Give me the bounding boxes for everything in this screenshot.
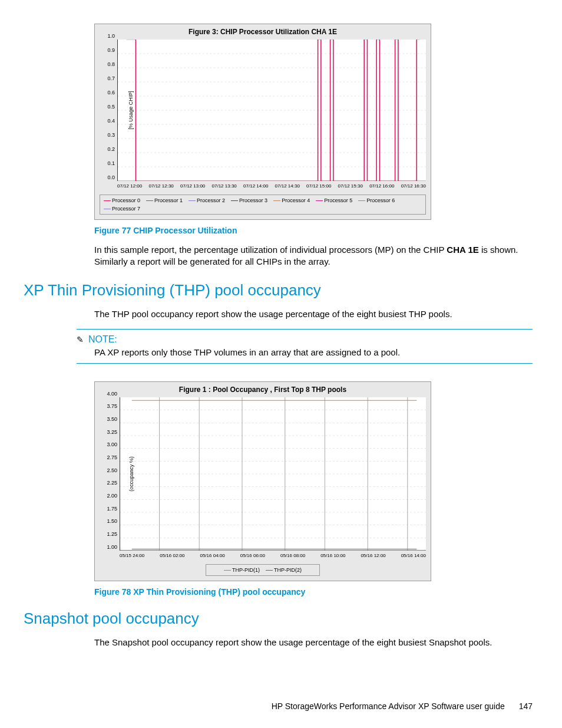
y-tick: 3.25 (107, 429, 120, 435)
x-tick: 07/12 15:00 (306, 183, 331, 189)
x-tick: 05/16 06:00 (240, 553, 265, 558)
footer-title: HP StorageWorks Performance Advisor XP S… (272, 701, 505, 711)
note-label: NOTE: (88, 334, 117, 344)
legend-item: THP-PID(1) (232, 567, 260, 573)
legend-item: Processor 7 (112, 206, 140, 212)
x-tick: 05/15 24:00 (120, 553, 144, 558)
snapshot-description: The Snapshot pool occupancy report show … (94, 637, 533, 648)
y-tick: 0.8 (107, 61, 117, 67)
y-tick: 3.75 (107, 403, 120, 409)
legend-item: Processor 6 (366, 197, 395, 203)
y-tick: 3.00 (107, 442, 120, 447)
y-tick: 0.5 (107, 104, 117, 110)
x-tick: 07/12 13:30 (212, 183, 237, 189)
y-tick: 1.25 (107, 531, 120, 537)
chart-title: Figure 3: CHIP Processor Utilization CHA… (95, 24, 431, 39)
section-heading-snapshot: Snapshot pool occupancy (24, 610, 533, 628)
y-tick: 2.50 (107, 467, 120, 473)
y-tick: 1.75 (107, 506, 120, 512)
y-tick: 0.0 (107, 174, 117, 180)
x-tick: 07/12 15:30 (338, 183, 363, 189)
y-tick: 0.6 (107, 90, 117, 95)
section-heading-thp: XP Thin Provisioning (THP) pool occupanc… (24, 281, 533, 299)
x-axis-ticks: 05/15 24:00 05/16 02:00 05/16 04:00 05/1… (95, 551, 431, 562)
legend-item: Processor 0 (112, 197, 140, 203)
x-tick: 05/16 10:00 (320, 553, 345, 558)
chart-chip-util: Figure 3: CHIP Processor Utilization CHA… (94, 24, 431, 220)
legend-item: THP-PID(2) (274, 567, 302, 573)
x-tick: 07/12 16:00 (369, 183, 394, 189)
gridlines (117, 39, 426, 181)
legend-item: Processor 1 (154, 197, 183, 203)
y-tick: 2.25 (107, 480, 120, 486)
y-tick: 3.50 (107, 416, 120, 422)
x-axis-ticks: 07/12 12:00 07/12 12:30 07/12 13:00 07/1… (95, 181, 431, 192)
x-tick: 07/12 16:30 (401, 183, 426, 189)
page-number: 147 (519, 701, 533, 711)
gridlines (120, 397, 426, 551)
y-tick: 4.00 (107, 391, 120, 397)
chart-legend: Processor 0 Processor 1 Processor 2 Proc… (100, 195, 426, 215)
x-tick: 07/12 13:00 (180, 183, 205, 189)
figure-77-description: In this sample report, the percentage ut… (94, 244, 533, 268)
text-bold: CHA 1E (447, 245, 478, 255)
y-tick: 2.75 (107, 454, 120, 460)
chart-title: Figure 1 : Pool Occupancy , First Top 8 … (95, 382, 431, 397)
note-text: PA XP reports only those THP volumes in … (94, 347, 533, 357)
y-tick: 1.0 (107, 33, 117, 39)
y-tick: 1.00 (107, 544, 120, 550)
x-tick: 05/16 02:00 (160, 553, 184, 558)
chart-thp-pool: Figure 1 : Pool Occupancy , First Top 8 … (94, 381, 431, 581)
y-tick: 0.2 (107, 146, 117, 152)
legend-item: Processor 5 (324, 197, 352, 203)
x-tick: 05/16 04:00 (200, 553, 224, 558)
y-tick: 2.00 (107, 493, 120, 499)
text: In this sample report, the percentage ut… (94, 245, 447, 255)
note-block: ✎ NOTE: PA XP reports only those THP vol… (77, 329, 533, 364)
y-tick: 0.7 (107, 75, 117, 81)
y-tick: 1.50 (107, 518, 120, 524)
x-tick: 07/12 12:30 (149, 183, 174, 189)
x-tick: 05/16 12:00 (361, 553, 385, 558)
x-tick: 07/12 12:00 (117, 183, 142, 189)
page-footer: HP StorageWorks Performance Advisor XP S… (24, 701, 533, 711)
y-tick: 0.4 (107, 118, 117, 124)
x-tick: 05/16 08:00 (280, 553, 305, 558)
legend-item: Processor 4 (282, 197, 310, 203)
y-tick: 0.9 (107, 47, 117, 53)
x-tick: 05/16 14:00 (401, 553, 426, 558)
figure-caption-77: Figure 77 CHIP Processor Utilization (94, 226, 533, 235)
chart-legend: THP-PID(1) THP-PID(2) (206, 564, 320, 576)
y-tick: 0.1 (107, 160, 117, 166)
chart-plot-area: [% Usage CHIP] 0.0 0.1 0.2 0.3 0.4 0.5 0… (117, 39, 426, 181)
x-tick: 07/12 14:30 (275, 183, 300, 189)
y-tick: 0.3 (107, 132, 117, 138)
legend-item: Processor 2 (197, 197, 225, 203)
chart-plot-area: (occupancy %) 1.00 1.25 1.50 1.75 2.00 2… (120, 397, 426, 551)
legend-item: Processor 3 (239, 197, 267, 203)
x-tick: 07/12 14:00 (243, 183, 268, 189)
note-icon: ✎ (77, 335, 84, 344)
thp-description: The THP pool occupancy report show the u… (94, 308, 533, 320)
figure-caption-78: Figure 78 XP Thin Provisioning (THP) poo… (94, 587, 533, 597)
